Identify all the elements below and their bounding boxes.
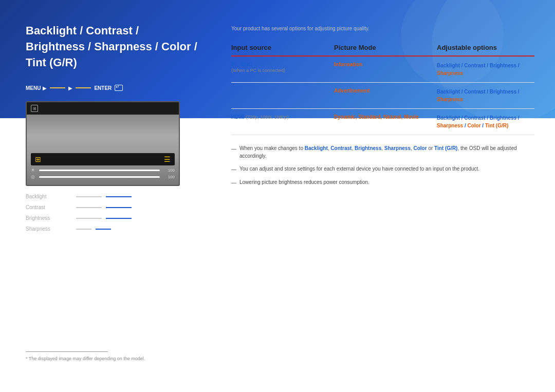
picture-mode-label-3: Dynamic, Standard, Natural, Movie [334, 114, 419, 120]
col-header-input: Input source [231, 41, 334, 56]
input-source-sub: (When a PC is connected) [231, 68, 285, 73]
slider-row-2: ◎ 100 [31, 174, 175, 179]
table-row: PC, BNC (When a PC is connected) Informa… [231, 56, 534, 83]
note-content-2: You can adjust and store settings for ea… [239, 165, 524, 173]
note-item-3: ― Lowering picture brightness reduces po… [231, 178, 524, 186]
menu-label: MENU [26, 85, 41, 91]
picture-mode-label-2: Advertisement [334, 88, 369, 94]
col-header-options: Adjustable options [437, 41, 534, 56]
adjustable-cell-2: Backlight / Contrast / Brightness / Shar… [437, 83, 534, 109]
picture-mode-cell-3: Dynamic, Standard, Natural, Movie [334, 109, 437, 135]
page-title: Backlight / Contrast / Brightness / Shar… [26, 23, 200, 70]
slider-track-1 [39, 170, 160, 171]
footnote-divider [26, 351, 108, 352]
prev-indicator-2 [76, 87, 91, 88]
slider-value-1: 100 [162, 168, 175, 173]
enter-icon [115, 85, 123, 91]
menu-item-label: Contrast [26, 204, 72, 210]
enter-label: ENTER [94, 85, 112, 91]
menu-item-backlight: Backlight [26, 194, 216, 199]
menu-item-line-gray-short [76, 229, 91, 230]
menu-right-icon: ☰ [164, 155, 171, 163]
adjustable-options-3: Backlight / Contrast / Brightness / Shar… [437, 115, 520, 128]
table-row: Advertisement Backlight / Contrast / Bri… [231, 83, 534, 109]
note-dash: ― [231, 145, 236, 160]
screen-mockup: ⊞ ☰ ☀ 100 ◎ 100 [26, 101, 180, 186]
left-panel: Backlight / Contrast / Brightness / Shar… [0, 0, 216, 392]
adjustable-cell-3: Backlight / Contrast / Brightness / Shar… [437, 109, 534, 135]
note-dash-3: ― [231, 179, 236, 186]
screen-menu-bar: ⊞ ☰ [31, 153, 175, 165]
table-header-row: Input source Picture Mode Adjustable opt… [231, 41, 534, 56]
input-source-cell-hdmi: HDMI (720p, 1080i, 1080p) [231, 109, 334, 135]
input-source-label: PC, BNC [231, 62, 252, 67]
menu-item-line-gray [76, 207, 102, 208]
footnote-area: * The displayed image may differ dependi… [26, 341, 145, 361]
adjustable-cell: Backlight / Contrast / Brightness / Shar… [437, 56, 534, 83]
note-content-1: When you make changes to Backlight, Cont… [239, 144, 524, 160]
menu-item-line-blue [106, 218, 132, 219]
slider-value-2: 100 [162, 175, 175, 179]
adjustable-options: Backlight / Contrast / Brightness / Shar… [437, 63, 520, 76]
table-row: HDMI (720p, 1080i, 1080p) Dynamic, Stand… [231, 109, 534, 135]
input-source-cell-empty [231, 83, 334, 109]
menu-item-line-blue [106, 207, 132, 208]
notes-section: ― When you make changes to Backlight, Co… [231, 144, 534, 186]
note-item-1: ― When you make changes to Backlight, Co… [231, 144, 524, 160]
menu-items-list: Backlight Contrast Brightness Sharpness [0, 194, 216, 232]
note-dash-2: ― [231, 165, 236, 173]
slider-fill-2 [39, 176, 160, 178]
picture-mode-cell-2: Advertisement [334, 83, 437, 109]
slider-track-2 [39, 176, 160, 178]
menu-item-label: Sharpness [26, 226, 72, 232]
menu-item-line-blue-short [96, 229, 111, 230]
screen-menu-icon [31, 105, 38, 112]
slider-fill-1 [39, 170, 160, 171]
input-source-cell: PC, BNC (When a PC is connected) [231, 56, 334, 83]
brightness-icon: ☀ [31, 167, 37, 173]
intro-text: Your product has several options for adj… [231, 26, 534, 31]
right-panel: Your product has several options for adj… [216, 0, 555, 392]
input-source-hdmi: HDMI [231, 114, 245, 120]
menu-item-brightness: Brightness [26, 215, 216, 221]
col-header-mode: Picture Mode [334, 41, 437, 56]
input-source-hdmi-sub: (720p, 1080i, 1080p) [246, 115, 288, 120]
menu-item-line-blue [106, 196, 132, 197]
menu-item-label: Brightness [26, 215, 72, 221]
note-item-2: ― You can adjust and store settings for … [231, 165, 524, 173]
footnote-text: * The displayed image may differ dependi… [26, 356, 145, 361]
prev-indicator [50, 87, 65, 88]
settings-table: Input source Picture Mode Adjustable opt… [231, 41, 534, 135]
menu-item-label: Backlight [26, 194, 72, 199]
menu-left-icon: ⊞ [35, 155, 41, 163]
menu-item-contrast: Contrast [26, 204, 216, 210]
picture-mode-label: Information [334, 62, 362, 67]
contrast-icon: ◎ [31, 174, 37, 179]
note-content-3: Lowering picture brightness reduces powe… [239, 178, 524, 186]
adjustable-options-2: Backlight / Contrast / Brightness / Shar… [437, 89, 520, 102]
menu-item-sharpness: Sharpness [26, 226, 216, 232]
picture-mode-cell: Information [334, 56, 437, 83]
nav-controls: MENU ▶ ▶ ENTER [0, 81, 216, 97]
menu-item-line-gray [76, 196, 102, 197]
slider-row-1: ☀ 100 [31, 167, 175, 173]
menu-item-line-gray [76, 218, 102, 219]
